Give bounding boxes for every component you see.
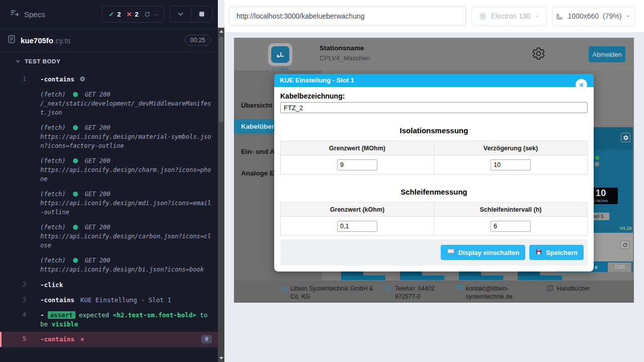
command-row[interactable]: (fetch)GET 200https://api.iconify.design… xyxy=(0,187,218,220)
fetch-status: GET 200 xyxy=(85,90,111,99)
pending-icon xyxy=(144,11,150,18)
card-gear-icon[interactable] xyxy=(621,133,630,142)
factory-icon xyxy=(279,285,287,301)
station-label: Stationsname xyxy=(319,44,364,52)
command-line-number xyxy=(0,256,26,256)
command-row[interactable]: 3-containsKUE Einstellung - Slot 1 xyxy=(0,293,218,308)
fetch-url: https://api.iconify.design/charm.json?ic… xyxy=(40,165,212,184)
scroll-up-arrow[interactable] xyxy=(219,30,223,33)
fetch-status-line: (fetch)GET 200 xyxy=(40,123,212,132)
ruler-icon xyxy=(556,12,564,20)
assert-text: <h2.text-sm.font-bold> xyxy=(113,311,196,319)
fetch-status: GET 200 xyxy=(85,256,111,265)
command-line-number xyxy=(0,223,26,223)
command-row[interactable]: 2-click xyxy=(0,278,218,293)
app-header: LITTWIN Stationsname CPLV4_Maschen Abmel… xyxy=(234,38,634,70)
fetch-status: GET 200 xyxy=(85,190,111,199)
success-dot-icon xyxy=(73,225,78,230)
stop-button[interactable] xyxy=(191,6,212,22)
command-body: (fetch)GET 200https://api.iconify.design… xyxy=(26,223,212,250)
measurement-table: Grenzwert (MOhm)Verzögerung (sek) xyxy=(280,141,588,174)
command-row[interactable]: (fetch)GET 200https://api.iconify.design… xyxy=(0,154,218,187)
footer-item-email: kontakt@littwin-systemtechnik.de xyxy=(455,285,516,301)
command-line-number: 2 xyxy=(0,281,26,288)
command-body: -containsKUE Einstellung - Slot 1 xyxy=(26,296,212,305)
scrollbar-thumb[interactable] xyxy=(219,37,223,122)
display-on-button[interactable]: Display einschalten xyxy=(441,245,525,260)
littwin-logo xyxy=(268,43,292,66)
runner-controls xyxy=(170,6,213,23)
modal-footer: Display einschaltenSpeichern xyxy=(280,239,588,265)
browser-selector[interactable]: Electron 130 xyxy=(471,7,547,26)
electron-icon xyxy=(478,12,487,21)
command-line-number xyxy=(0,156,26,157)
fetch-url: https://api.iconify.design/mdi.json?icon… xyxy=(40,199,212,217)
fetch-status: GET 200 xyxy=(85,223,111,232)
command-row[interactable]: (fetch)GET 200/_next/static/development/… xyxy=(0,87,218,121)
command-method: -click xyxy=(40,281,63,289)
command-row[interactable]: 1-contains xyxy=(0,72,218,87)
collapse-button[interactable] xyxy=(170,6,191,22)
command-line-number: 3 xyxy=(0,296,26,303)
value-input[interactable] xyxy=(491,159,531,170)
command-row[interactable]: (fetch)GET 200https://api.iconify.design… xyxy=(0,121,218,154)
command-row[interactable]: (fetch)GET 200https://api.iconify.design… xyxy=(0,220,218,253)
test-stats[interactable]: ✓2 ✕2 -- xyxy=(102,6,165,23)
gear-icon xyxy=(79,76,86,82)
success-dot-icon xyxy=(73,258,78,263)
spec-row[interactable]: kue705fo .cy.ts 00:25 xyxy=(0,29,218,52)
command-row[interactable]: 4-assertexpected <h2.text-sm.font-bold> … xyxy=(0,308,218,332)
value-cell xyxy=(434,217,588,236)
fetch-label: (fetch) xyxy=(40,223,66,232)
fetch-label: (fetch) xyxy=(40,90,66,99)
stat-passed: ✓2 xyxy=(109,11,121,18)
assert-text: expected xyxy=(79,311,113,319)
gear-icon xyxy=(79,75,86,84)
command-body: -contains xyxy=(26,75,212,84)
reporter-header: Specs ✓2 ✕2 -- xyxy=(0,0,218,29)
book-icon xyxy=(546,285,554,294)
spec-name: kue705fo xyxy=(21,36,53,45)
value-input[interactable] xyxy=(491,221,531,232)
viewport-selector[interactable]: 1000x660 (79%) xyxy=(552,7,635,26)
fetch-status-line: (fetch)GET 200 xyxy=(40,223,212,232)
browser-name: Electron 130 xyxy=(491,12,531,20)
viewport-scale: (79%) xyxy=(603,12,621,20)
footer-text: Telefon: 04402 972577-0 xyxy=(395,285,455,301)
firmware-version: V4.19 xyxy=(619,226,631,231)
command-row[interactable]: 5-contains×0 xyxy=(0,332,218,347)
command-method: -contains xyxy=(40,335,74,343)
specs-menu-icon[interactable] xyxy=(10,9,19,19)
screen: Specs ✓2 ✕2 -- kue705fo .cy.ts 00:25 xyxy=(0,0,644,362)
fetch-url: https://api.iconify.design/material-symb… xyxy=(40,132,212,150)
value-input[interactable] xyxy=(337,159,377,170)
stat-failed: ✕2 xyxy=(126,11,138,18)
footer-item-book: Handbücher xyxy=(546,285,602,294)
url-input[interactable] xyxy=(229,7,466,26)
vertical-scrollbar[interactable] xyxy=(218,28,224,362)
assert-badge: assert xyxy=(48,311,75,319)
settings-gear-icon[interactable] xyxy=(532,47,545,62)
logout-button[interactable]: Abmelden xyxy=(589,46,625,62)
close-icon[interactable]: × xyxy=(576,79,587,90)
value-cell xyxy=(281,217,434,236)
cable-name-label: Kabelbezeichnung: xyxy=(280,92,588,100)
phone-icon xyxy=(384,285,392,301)
spec-file-icon xyxy=(7,35,16,46)
section-title: Schleifenmessung xyxy=(274,188,594,196)
save-button[interactable]: Speichern xyxy=(529,245,584,260)
command-body: -contains× xyxy=(26,335,201,344)
scroll-down-arrow[interactable] xyxy=(219,357,223,359)
cable-name-input[interactable] xyxy=(280,102,588,113)
element-count-badge: 0 xyxy=(201,335,212,343)
station-name: CPLV4_Maschen xyxy=(319,54,370,62)
refresh-icon[interactable] xyxy=(620,241,629,249)
specs-label[interactable]: Specs xyxy=(24,10,45,19)
email-icon xyxy=(455,285,463,301)
card-tab-tdr[interactable]: TDR xyxy=(608,262,631,272)
viewport-size: 1000x660 xyxy=(568,12,599,20)
test-body-section[interactable]: TEST BODY xyxy=(0,52,218,70)
command-row[interactable]: (fetch)GET 200https://api.iconify.design… xyxy=(0,253,218,278)
value-cell xyxy=(434,155,588,174)
value-input[interactable] xyxy=(337,221,377,232)
